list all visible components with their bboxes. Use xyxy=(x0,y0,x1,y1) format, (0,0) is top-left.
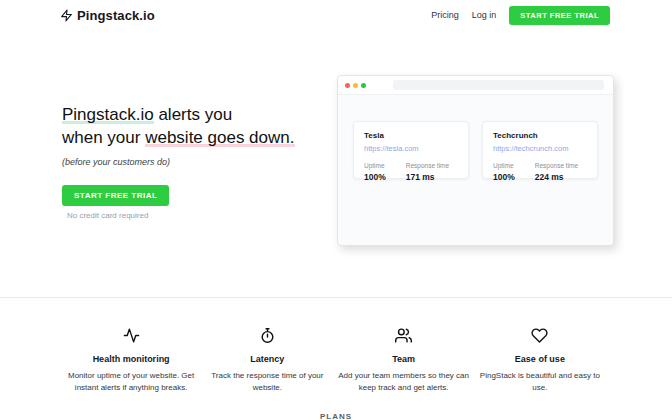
zap-icon xyxy=(60,9,73,22)
feature-latency: Latency Track the response time of your … xyxy=(199,327,335,420)
brand-logo[interactable]: Pingstack.io xyxy=(60,8,155,23)
monitor-card-tesla: Tesla https://tesla.com Uptime 100% Resp… xyxy=(353,121,469,179)
stopwatch-icon xyxy=(199,327,335,345)
feature-description: Track the response time of your website. xyxy=(199,370,335,394)
feature-team: Team Add your team members so they can k… xyxy=(336,327,472,420)
feature-ease-of-use: Ease of use PingStack is beautiful and e… xyxy=(472,327,608,420)
monitor-card-techcrunch: Techcrunch https://techcrunch.com Uptime… xyxy=(482,121,598,179)
browser-mockup: Tesla https://tesla.com Uptime 100% Resp… xyxy=(337,75,614,246)
team-icon xyxy=(336,327,472,345)
feature-description: Add your team members so they can keep t… xyxy=(336,370,472,394)
hero-section: Pingstack.io alerts you when your websit… xyxy=(62,103,295,220)
response-time-stat: Response time 171 ms xyxy=(406,162,449,182)
monitor-url-link[interactable]: https://techcrunch.com xyxy=(493,144,587,153)
response-time-label: Response time xyxy=(406,162,449,169)
response-time-label: Response time xyxy=(535,162,578,169)
headline-rest: alerts you xyxy=(154,105,232,124)
hero-subline: (before your customers do) xyxy=(62,157,295,167)
traffic-light-green-icon xyxy=(361,83,366,88)
uptime-value: 100% xyxy=(493,172,515,182)
headline-highlight-brand: Pingstack.io xyxy=(62,105,154,124)
brand-name: Pingstack.io xyxy=(77,8,155,23)
response-time-value: 171 ms xyxy=(406,172,449,182)
features-section: Health monitoring Monitor uptime of your… xyxy=(0,297,672,420)
feature-description: PingStack is beautiful and easy to use. xyxy=(472,370,608,394)
nav-link-login[interactable]: Log in xyxy=(472,10,497,20)
headline-highlight-down: website goes down. xyxy=(145,128,294,147)
uptime-label: Uptime xyxy=(364,162,386,169)
headline-prefix: when your xyxy=(62,128,145,147)
browser-titlebar xyxy=(338,76,613,95)
uptime-value: 100% xyxy=(364,172,386,182)
nav-link-pricing[interactable]: Pricing xyxy=(431,10,459,20)
feature-title: Health monitoring xyxy=(63,354,199,364)
activity-icon xyxy=(63,327,199,345)
response-time-stat: Response time 224 ms xyxy=(535,162,578,182)
feature-title: Ease of use xyxy=(472,354,608,364)
header-start-trial-button[interactable]: START FREE TRIAL xyxy=(509,6,610,25)
header: Pingstack.io Pricing Log in START FREE T… xyxy=(0,0,672,30)
monitor-dashboard: Tesla https://tesla.com Uptime 100% Resp… xyxy=(338,95,613,179)
uptime-stat: Uptime 100% xyxy=(364,162,386,182)
no-credit-card-note: No credit card required xyxy=(67,211,295,220)
header-nav: Pricing Log in START FREE TRIAL xyxy=(431,6,610,25)
monitor-name: Techcrunch xyxy=(493,131,587,140)
monitor-name: Tesla xyxy=(364,131,458,140)
uptime-label: Uptime xyxy=(493,162,515,169)
plans-section-label: PLANS xyxy=(0,412,672,420)
browser-address-bar xyxy=(393,80,604,90)
feature-title: Latency xyxy=(199,354,335,364)
monitor-url-link[interactable]: https://tesla.com xyxy=(364,144,458,153)
uptime-stat: Uptime 100% xyxy=(493,162,515,182)
hero-start-trial-button[interactable]: START FREE TRIAL xyxy=(62,185,169,206)
heart-icon xyxy=(472,327,608,345)
feature-health-monitoring: Health monitoring Monitor uptime of your… xyxy=(63,327,199,420)
hero-headline: Pingstack.io alerts you when your websit… xyxy=(62,103,295,149)
response-time-value: 224 ms xyxy=(535,172,578,182)
feature-title: Team xyxy=(336,354,472,364)
traffic-light-red-icon xyxy=(345,83,350,88)
traffic-light-yellow-icon xyxy=(353,83,358,88)
feature-description: Monitor uptime of your website. Get inst… xyxy=(63,370,199,394)
